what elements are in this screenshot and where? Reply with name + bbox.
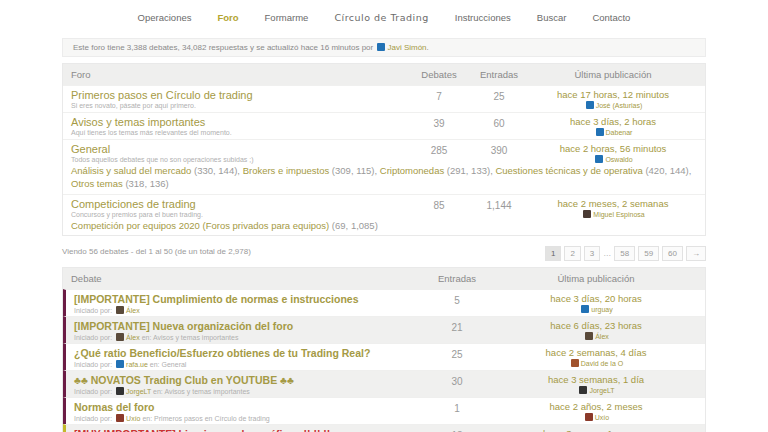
topic-starter-link[interactable]: Uxío <box>126 415 140 422</box>
last-post-author: urguay <box>495 305 697 313</box>
forum-title-link[interactable]: Primeros pasos en Círculo de trading <box>71 89 409 101</box>
subforum-link[interactable]: Cuestiones técnicas y de operativa <box>495 165 642 176</box>
nav-foro[interactable]: Foro <box>217 12 238 23</box>
last-post-author-link[interactable]: Dabenar <box>606 129 633 136</box>
topic-row: Normas del foro Iniciado por: Uxío en: P… <box>63 397 705 424</box>
topic-title-link[interactable]: ¿Qué ratio Beneficio/Esfuerzo obtienes d… <box>74 347 419 359</box>
avatar <box>581 305 589 313</box>
last-post-time-link[interactable]: hace 3 días, 20 horas <box>495 293 697 304</box>
last-post-author: Álex <box>495 332 697 340</box>
avatar <box>116 333 124 341</box>
forums-table-header: Foro Debates Entradas Última publicación <box>63 64 705 85</box>
forum-entries-count: 1,144 <box>469 198 529 211</box>
last-post-author-link[interactable]: Álex <box>595 333 609 340</box>
topic-starter-link[interactable]: rafa.ue <box>126 361 148 368</box>
stats-suffix: . <box>427 43 429 52</box>
topic-entries-count: 25 <box>419 347 495 360</box>
site-logo[interactable]: Círculo de Trading <box>334 12 428 23</box>
top-nav: Operaciones Foro Formarme Círculo de Tra… <box>0 0 768 34</box>
forum-row: Primeros pasos en Círculo de trading Si … <box>63 85 705 112</box>
last-post-time-link[interactable]: hace 6 días, 23 horas <box>495 320 697 331</box>
avatar <box>586 101 594 109</box>
topic-entries-count: 21 <box>419 320 495 333</box>
page-link[interactable]: 59 <box>638 246 659 261</box>
last-post-time-link[interactable]: hace 3 meses, 1 semana <box>495 428 697 432</box>
topic-title-link[interactable]: [IMPORTANTE] Cumplimiento de normas e in… <box>74 293 419 305</box>
nav-buscar[interactable]: Buscar <box>537 12 567 23</box>
subforum-counts: (420, 144), <box>643 165 692 176</box>
page-link[interactable]: 2 <box>564 246 580 261</box>
topic-started-by: Iniciado por: Álex <box>74 306 419 314</box>
subforum-link[interactable]: Otros temas <box>71 178 123 189</box>
page-link[interactable]: 60 <box>662 246 683 261</box>
last-post-author: JorgeLT <box>495 386 697 394</box>
topic-entries-count: 1 <box>419 401 495 414</box>
last-post-time-link[interactable]: hace 2 semanas, 4 días <box>495 347 697 358</box>
subforum-link[interactable]: Brokers e impuestos <box>243 165 330 176</box>
forum-description: Aquí tienes los temas más relevantes del… <box>71 129 409 136</box>
topic-starter-link[interactable]: Álex <box>126 307 140 314</box>
last-post-time-link[interactable]: hace 2 horas, 56 minutos <box>529 143 697 154</box>
forum-description: Todos aquellos debates que no son operac… <box>71 156 409 163</box>
last-post-time-link[interactable]: hace 2 años, 2 meses <box>495 401 697 412</box>
pagination-links: 123…585960→ <box>542 242 706 261</box>
topic-starter-link[interactable]: Álex <box>126 334 140 341</box>
avatar <box>116 414 124 422</box>
forum-title-link[interactable]: General <box>71 143 409 155</box>
subforum-link[interactable]: Criptomonedas <box>380 165 444 176</box>
last-post-time-link[interactable]: hace 3 días, 2 horas <box>529 116 697 127</box>
page-link[interactable]: 1 <box>545 246 561 261</box>
subforum-link[interactable]: Análisis y salud del mercado <box>71 165 191 176</box>
last-post-author-link[interactable]: JorgeLT <box>589 387 614 394</box>
forum-entries-count: 390 <box>469 143 529 156</box>
header-debate: Debate <box>71 273 419 284</box>
last-post-author-link[interactable]: urguay <box>591 306 612 313</box>
nav-contacto[interactable]: Contacto <box>592 12 630 23</box>
topic-entries-count: 13 <box>419 428 495 432</box>
topic-title-link[interactable]: [MUY IMPORTANTE] Limpieza en los gráfico… <box>74 428 419 432</box>
topic-starter-link[interactable]: JorgeLT <box>126 388 151 395</box>
avatar <box>595 155 603 163</box>
forum-title-link[interactable]: Competiciones de trading <box>71 198 409 210</box>
topic-entries-count: 30 <box>419 374 495 387</box>
topic-started-by: Iniciado por: rafa.ue en: General <box>74 360 419 368</box>
topics-table: Debate Entradas Última publicación [IMPO… <box>62 267 706 432</box>
forum-debates-count: 85 <box>409 198 469 211</box>
subforum-counts: (330, 144), <box>191 165 242 176</box>
subforum-list: Análisis y salud del mercado (330, 144),… <box>71 165 697 191</box>
forum-description: Si eres novato, pásate por aquí primero. <box>71 102 409 109</box>
last-post-author-link[interactable]: David de la O <box>581 360 623 367</box>
forum-stats-bar: Este foro tiene 3,388 debates, 34,082 re… <box>62 38 706 57</box>
last-post-time-link[interactable]: hace 2 meses, 2 semanas <box>529 198 697 209</box>
last-post-author-link[interactable]: José (Asturias) <box>596 102 643 109</box>
forum-title-link[interactable]: Avisos y temas importantes <box>71 116 409 128</box>
avatar <box>116 360 124 368</box>
last-post-author-link[interactable]: Miguel Espinosa <box>593 211 644 218</box>
topics-table-header: Debate Entradas Última publicación <box>63 268 705 289</box>
subforum-link[interactable]: Competición por equipos 2020 (Foros priv… <box>71 220 329 231</box>
avatar <box>585 332 593 340</box>
topic-title-link[interactable]: [IMPORTANTE] Nueva organización del foro <box>74 320 419 332</box>
last-post-time-link[interactable]: hace 3 semanas, 1 día <box>495 374 697 385</box>
forum-debates-count: 285 <box>409 143 469 156</box>
page-link[interactable]: 58 <box>614 246 635 261</box>
avatar <box>585 413 593 421</box>
last-post-author-link[interactable]: Uxío <box>595 414 609 421</box>
last-post-time-link[interactable]: hace 17 horas, 12 minutos <box>529 89 697 100</box>
header-foro: Foro <box>71 69 409 80</box>
pagination-next-link[interactable]: → <box>686 246 706 261</box>
header-debates: Debates <box>409 69 469 80</box>
page-link[interactable]: 3 <box>584 246 600 261</box>
last-post-author-link[interactable]: Oswaldo <box>605 156 632 163</box>
nav-operaciones[interactable]: Operaciones <box>138 12 192 23</box>
topic-title-link[interactable]: ♣♣ NOVATOS Trading Club en YOUTUBE ♣♣ <box>74 374 419 386</box>
topic-title-link[interactable]: Normas del foro <box>74 401 419 413</box>
forum-entries-count: 60 <box>469 116 529 129</box>
stats-user-link[interactable]: Javi Simón <box>387 43 426 52</box>
header-entradas: Entradas <box>419 273 495 284</box>
last-post-author: Dabenar <box>529 128 697 136</box>
nav-instrucciones[interactable]: Instrucciones <box>455 12 511 23</box>
nav-formarme[interactable]: Formarme <box>265 12 309 23</box>
forum-description: Concursos y premios para el buen trading… <box>71 211 409 218</box>
pagination-ellipsis: … <box>603 249 611 258</box>
